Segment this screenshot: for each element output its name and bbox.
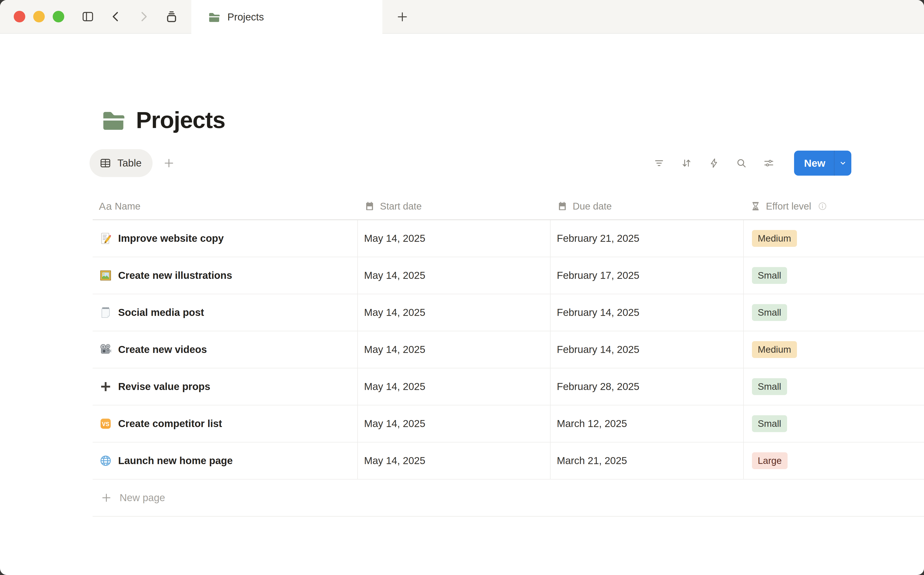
row-due-date-cell[interactable]: February 14, 2025 bbox=[551, 294, 744, 331]
due-date-value: February 28, 2025 bbox=[557, 381, 639, 392]
due-date-value: March 21, 2025 bbox=[557, 455, 627, 467]
tab-overview-icon[interactable] bbox=[165, 10, 178, 23]
effort-badge[interactable]: Small bbox=[752, 267, 787, 284]
row-name-cell[interactable]: Create new videos bbox=[93, 331, 358, 368]
hourglass-icon bbox=[750, 201, 761, 212]
table-view-icon bbox=[99, 157, 112, 169]
effort-badge[interactable]: Medium bbox=[752, 341, 797, 358]
row-due-date-cell[interactable]: February 14, 2025 bbox=[551, 331, 744, 368]
automation-icon[interactable] bbox=[708, 157, 720, 169]
search-icon[interactable] bbox=[735, 157, 748, 169]
view-actions bbox=[653, 157, 775, 169]
back-icon[interactable] bbox=[109, 10, 122, 23]
column-header-label: Name bbox=[115, 201, 141, 212]
sidebar-toggle-icon[interactable] bbox=[81, 10, 95, 23]
row-effort-cell[interactable]: Small bbox=[744, 405, 924, 442]
start-date-value: May 14, 2025 bbox=[364, 344, 425, 355]
view-settings-icon[interactable] bbox=[763, 157, 775, 169]
start-date-value: May 14, 2025 bbox=[364, 455, 425, 467]
view-bar: Table New bbox=[89, 149, 905, 177]
row-start-date-cell[interactable]: May 14, 2025 bbox=[358, 405, 551, 442]
tab-bar: Projects bbox=[0, 0, 924, 34]
page-title[interactable]: Projects bbox=[136, 106, 225, 133]
new-tab-button[interactable] bbox=[395, 10, 409, 24]
due-date-value: February 14, 2025 bbox=[557, 307, 639, 318]
page-header: Projects bbox=[99, 106, 924, 134]
projector-icon bbox=[99, 343, 113, 356]
due-date-value: February 14, 2025 bbox=[557, 344, 639, 355]
start-date-value: May 14, 2025 bbox=[364, 381, 425, 392]
effort-badge[interactable]: Small bbox=[752, 415, 787, 432]
row-name-cell[interactable]: VSCreate competitor list bbox=[93, 405, 358, 442]
info-icon[interactable] bbox=[818, 201, 827, 211]
row-start-date-cell[interactable]: May 14, 2025 bbox=[358, 294, 551, 331]
row-due-date-cell[interactable]: February 21, 2025 bbox=[551, 220, 744, 257]
row-effort-cell[interactable]: Small bbox=[744, 257, 924, 294]
column-header-due-date[interactable]: Due date bbox=[551, 193, 744, 219]
effort-badge[interactable]: Small bbox=[752, 378, 787, 395]
filter-icon[interactable] bbox=[653, 157, 665, 169]
close-window-button[interactable] bbox=[14, 11, 25, 22]
row-due-date-cell[interactable]: March 21, 2025 bbox=[551, 442, 744, 479]
new-button-dropdown[interactable] bbox=[834, 151, 851, 176]
row-start-date-cell[interactable]: May 14, 2025 bbox=[358, 369, 551, 405]
app-window: Projects Projects Table New AaNameStart … bbox=[0, 0, 924, 575]
row-name: Create competitor list bbox=[118, 418, 222, 429]
sort-icon[interactable] bbox=[681, 157, 692, 169]
table-row: Social media postMay 14, 2025February 14… bbox=[93, 294, 924, 331]
row-name-cell[interactable]: Revise value props bbox=[93, 369, 358, 405]
new-button-label[interactable]: New bbox=[794, 157, 834, 169]
row-name: Social media post bbox=[118, 307, 204, 318]
effort-badge[interactable]: Small bbox=[752, 304, 787, 321]
new-page-row[interactable]: New page bbox=[93, 480, 924, 516]
row-name-cell[interactable]: Improve website copy bbox=[93, 220, 358, 257]
row-due-date-cell[interactable]: March 12, 2025 bbox=[551, 405, 744, 442]
column-header-start-date[interactable]: Start date bbox=[358, 193, 551, 219]
minimize-window-button[interactable] bbox=[33, 11, 45, 22]
chevron-down-icon bbox=[838, 159, 848, 168]
add-view-button[interactable] bbox=[163, 157, 175, 169]
row-due-date-cell[interactable]: February 28, 2025 bbox=[551, 369, 744, 405]
row-start-date-cell[interactable]: May 14, 2025 bbox=[358, 257, 551, 294]
row-name: Launch new home page bbox=[118, 455, 233, 467]
start-date-value: May 14, 2025 bbox=[364, 233, 425, 244]
effort-badge[interactable]: Large bbox=[752, 452, 787, 469]
globe-icon bbox=[99, 454, 113, 467]
framed-picture-icon bbox=[99, 269, 113, 282]
start-date-value: May 14, 2025 bbox=[364, 270, 425, 281]
row-effort-cell[interactable]: Large bbox=[744, 442, 924, 479]
svg-text:VS: VS bbox=[102, 421, 109, 427]
window-toolbar bbox=[81, 10, 178, 23]
text-icon: Aa bbox=[99, 201, 110, 212]
row-start-date-cell[interactable]: May 14, 2025 bbox=[358, 331, 551, 368]
row-effort-cell[interactable]: Small bbox=[744, 369, 924, 405]
row-start-date-cell[interactable]: May 14, 2025 bbox=[358, 442, 551, 479]
column-header-label: Effort level bbox=[766, 201, 811, 212]
column-header-label: Due date bbox=[573, 201, 612, 212]
row-name: Improve website copy bbox=[118, 233, 224, 244]
column-header-name[interactable]: AaName bbox=[93, 193, 358, 219]
forward-icon[interactable] bbox=[137, 10, 151, 23]
tab-projects[interactable]: Projects bbox=[191, 0, 383, 34]
zoom-window-button[interactable] bbox=[53, 11, 64, 22]
due-date-value: February 17, 2025 bbox=[557, 270, 639, 281]
row-name-cell[interactable]: Create new illustrations bbox=[93, 257, 358, 294]
column-header-effort-level[interactable]: Effort level bbox=[744, 193, 924, 219]
effort-badge[interactable]: Medium bbox=[752, 230, 797, 247]
row-due-date-cell[interactable]: February 17, 2025 bbox=[551, 257, 744, 294]
view-tab-table[interactable]: Table bbox=[89, 149, 152, 177]
due-date-value: February 21, 2025 bbox=[557, 233, 639, 244]
row-effort-cell[interactable]: Medium bbox=[744, 331, 924, 368]
database-table: AaNameStart dateDue dateEffort levelImpr… bbox=[93, 193, 924, 516]
page-folder-icon[interactable] bbox=[99, 106, 127, 134]
table-row: Improve website copyMay 14, 2025February… bbox=[93, 220, 924, 257]
row-name-cell[interactable]: Launch new home page bbox=[93, 442, 358, 479]
row-start-date-cell[interactable]: May 14, 2025 bbox=[358, 220, 551, 257]
row-name-cell[interactable]: Social media post bbox=[93, 294, 358, 331]
new-button[interactable]: New bbox=[794, 151, 851, 176]
row-effort-cell[interactable]: Medium bbox=[744, 220, 924, 257]
vs-icon: VS bbox=[99, 417, 113, 430]
table-row: Revise value propsMay 14, 2025February 2… bbox=[93, 369, 924, 405]
new-page-label: New page bbox=[120, 492, 165, 504]
row-effort-cell[interactable]: Small bbox=[744, 294, 924, 331]
